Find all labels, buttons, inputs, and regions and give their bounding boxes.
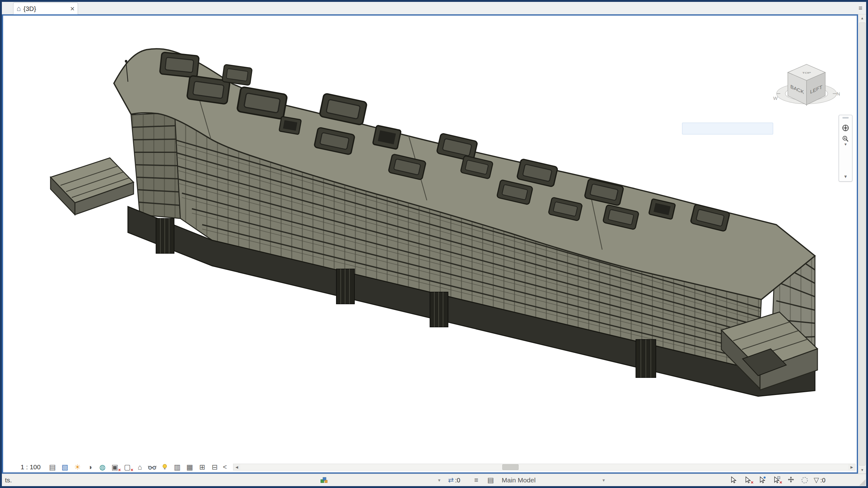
compass-north-label: N [837,91,840,96]
show-crop-region-icon[interactable]: ▢× [121,462,133,472]
viewcube[interactable]: N W TOP BACK LEFT [766,47,844,114]
vertical-scrollbar[interactable]: ▲ ▼ [858,14,866,474]
view-tab-bar: ⌂ {3D} × ≡ [2,2,866,14]
crop-view-icon[interactable]: ▣× [108,462,121,472]
fading-tooltip [682,123,773,134]
model-3d-view[interactable] [3,16,857,472]
view-control-bar: 1 : 100 ▤ ▧ ☀ ◑ ◍ ▣× ▢× ⌂ [3,462,229,472]
navbar-handle[interactable] [842,117,849,119]
reveal-hidden-elements-icon[interactable] [158,462,171,472]
worksharing-display-icon[interactable]: ▥ [171,462,183,472]
progress-spinner-icon [801,474,809,486]
drawing-area[interactable]: N W TOP BACK LEFT [2,14,858,474]
design-option-label: Main Model [502,477,536,484]
view-tab-label: {3D} [23,5,70,12]
selection-count: :0 [820,477,826,484]
view-tab-3d[interactable]: ⌂ {3D} × [13,2,78,14]
workset-dropdown-chevron-icon[interactable]: ▾ [438,474,440,486]
select-by-face-icon[interactable]: × [773,474,781,486]
temporary-view-properties-icon[interactable]: ▦ [183,462,196,472]
filter-icon[interactable]: ▽ :0 [814,474,826,486]
horizontal-scrollbar[interactable]: ◀ ▶ [233,464,856,470]
unlocked-view-icon[interactable]: ⌂ [133,462,146,472]
viewcube-cube[interactable]: TOP BACK LEFT [788,64,825,105]
rendering-dialog-icon[interactable]: ◍ [96,462,108,472]
scroll-right-icon[interactable]: ▶ [848,464,855,470]
tab-list-icon[interactable]: ≡ [856,4,865,12]
zoom-icon[interactable]: ▾ [840,134,851,147]
status-prompt-text: ts. [5,474,12,486]
collapse-arrow-icon[interactable]: < [223,463,227,471]
scroll-up-icon[interactable]: ▲ [858,14,866,22]
scale-button[interactable]: 1 : 100 [21,463,40,471]
detail-level-icon[interactable]: ▤ [46,462,59,472]
navigation-bar: ▾ ▾ [839,115,852,182]
design-option-chevron-icon[interactable]: ▾ [602,474,605,486]
resize-grip[interactable]: ◢ [859,478,866,486]
viewcube-top-label: TOP [802,71,811,74]
select-links-icon[interactable] [730,474,738,486]
shadows-icon[interactable]: ◑ [84,462,96,472]
building-model[interactable] [51,49,819,396]
scroll-left-icon[interactable]: ◀ [234,464,240,470]
reveal-constraints-icon[interactable]: ⊟ [209,462,221,472]
drag-on-selection-icon[interactable] [787,474,796,486]
worksets-icon[interactable] [320,474,328,486]
design-option-dropdown[interactable]: Main Model [502,474,536,486]
scroll-down-icon[interactable]: ▼ [858,466,866,474]
visual-style-icon[interactable]: ▧ [59,462,71,472]
close-tab-icon[interactable]: × [70,4,74,13]
home-icon: ⌂ [17,4,21,13]
vertical-scroll-thumb[interactable] [859,23,866,465]
temporary-hide-isolate-icon[interactable] [146,462,158,472]
horizontal-scroll-thumb[interactable] [502,464,519,470]
canvas-bottom-row: 1 : 100 ▤ ▧ ☀ ◑ ◍ ▣× ▢× ⌂ [3,462,857,472]
editing-requests-icon[interactable]: ⇄ :0 [448,474,460,486]
select-pinned-icon[interactable] [758,474,767,486]
revit-window: ⌂ {3D} × ≡ [0,0,868,488]
design-options-icon[interactable]: ▤ [487,474,494,486]
compass-west-label: W [773,95,778,101]
editing-requests-count: :0 [455,477,460,484]
select-underlay-icon[interactable]: × [744,474,752,486]
status-bar: ts. ▾ ⇄ :0 ≡ ▤ Main Model ▾ [2,474,866,486]
active-workset-icon[interactable]: ≡ [474,474,478,486]
displaced-elements-icon[interactable]: ⊞ [196,462,209,472]
zoom-dropdown-chevron-icon[interactable]: ▾ [844,143,846,146]
steering-wheel-icon[interactable] [840,122,851,134]
navbar-collapse-icon[interactable]: ▾ [844,174,847,179]
sun-path-icon[interactable]: ☀ [71,462,84,472]
